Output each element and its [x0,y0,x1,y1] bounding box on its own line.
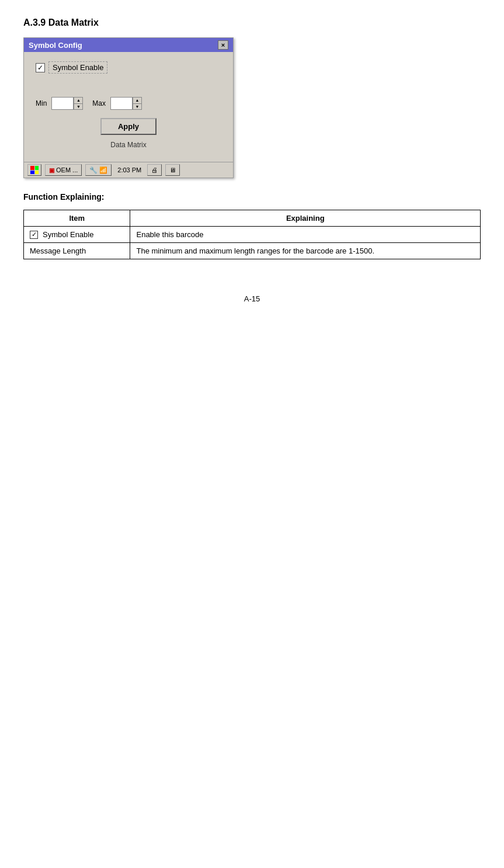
apply-row: Apply [36,118,221,135]
min-label: Min [36,99,47,107]
taskbar-oem-label: OEM ... [56,166,78,173]
symbol-enable-label: Symbol Enable [48,61,107,74]
table-cell-explaining-0: Enable this barcode [130,227,481,243]
page-footer: A-15 [23,294,481,303]
item-text: Symbol Enable [43,230,93,239]
item-cell-content: ✓Symbol Enable [30,230,124,239]
col-explaining-header: Explaining [130,210,481,227]
wifi-icon: 📶 [99,166,107,174]
min-spin-down[interactable]: ▼ [74,104,82,110]
min-spin-up[interactable]: ▲ [74,98,82,104]
max-spin-arrows: ▲ ▼ [133,97,142,110]
taskbar-tools-item[interactable]: 🔧 📶 [85,164,112,176]
min-spin-input: 1 ▲ ▼ [51,97,83,110]
dialog-titlebar: Symbol Config × [24,38,233,52]
min-value-input[interactable]: 1 [51,97,74,110]
min-max-row: Min 1 ▲ ▼ Max 150 ▲ [36,97,221,110]
network-icon: 🖥 [169,166,176,173]
dialog-body: ✓ Symbol Enable Min 1 ▲ ▼ Max [24,52,233,162]
dialog-window: Symbol Config × ✓ Symbol Enable Min 1 ▲ … [23,37,234,178]
table-cell-item-0: ✓Symbol Enable [24,227,130,243]
printer-icon: 🖨 [151,166,158,173]
min-field-group: Min 1 ▲ ▼ [36,97,83,110]
max-label: Max [92,99,106,107]
start-button[interactable] [27,164,41,176]
table-row: Message LengthThe minimum and maximum le… [24,243,481,259]
dialog-title: Symbol Config [29,41,82,50]
min-spin-arrows: ▲ ▼ [74,97,83,110]
windows-flag-icon [30,166,39,174]
section-heading: Function Explaining: [23,192,481,202]
dialog-footer-label: Data Matrix [36,141,221,149]
max-spin-down[interactable]: ▼ [133,104,141,110]
symbol-enable-checkbox[interactable]: ✓ [36,63,45,72]
dialog-wrapper: Symbol Config × ✓ Symbol Enable Min 1 ▲ … [23,37,234,178]
item-text-cell: Message Length [24,243,130,259]
table-cell-explaining-1: The minimum and maximum length ranges fo… [130,243,481,259]
table-row: ✓Symbol EnableEnable this barcode [24,227,481,243]
taskbar-network-icon-item[interactable]: 🖥 [165,164,180,176]
max-spin-input: 150 ▲ ▼ [110,97,142,110]
symbol-enable-row: ✓ Symbol Enable [36,61,221,74]
tools-icon: 🔧 [89,166,98,174]
table-header-row: Item Explaining [24,210,481,227]
dialog-close-button[interactable]: × [218,40,228,50]
oem-icon: ▣ [49,167,54,173]
explain-table: Item Explaining ✓Symbol EnableEnable thi… [23,210,481,259]
taskbar-printer-icon-item[interactable]: 🖨 [147,164,162,176]
max-field-group: Max 150 ▲ ▼ [92,97,142,110]
max-value-input[interactable]: 150 [110,97,133,110]
table-row-checkbox[interactable]: ✓ [30,231,38,239]
max-spin-up[interactable]: ▲ [133,98,141,104]
taskbar-time: 2:03 PM [115,166,144,173]
apply-button[interactable]: Apply [100,118,157,135]
taskbar: ▣ OEM ... 🔧 📶 2:03 PM 🖨 🖥 [24,162,233,178]
taskbar-oem-item[interactable]: ▣ OEM ... [45,164,82,176]
page-heading: A.3.9 Data Matrix [23,18,481,28]
function-explaining-section: Function Explaining: Item Explaining ✓Sy… [23,192,481,259]
col-item-header: Item [24,210,130,227]
